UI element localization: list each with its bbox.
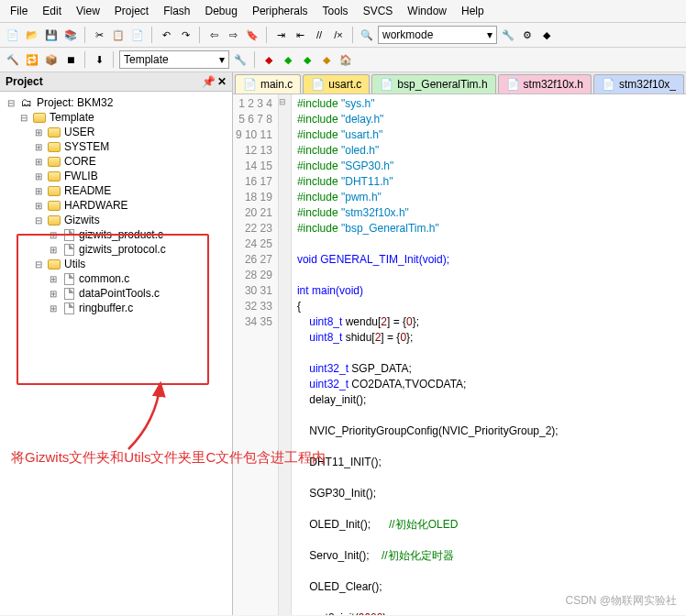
- workmode-combo[interactable]: workmode▾: [378, 26, 497, 44]
- target-combo[interactable]: Template▾: [119, 50, 229, 69]
- menu-help[interactable]: Help: [455, 2, 491, 20]
- tree-file[interactable]: ⊞gizwits_product.c: [2, 227, 230, 242]
- undo-icon[interactable]: ↶: [158, 27, 174, 43]
- code-content[interactable]: #include "sys.h" #include "delay.h" #inc…: [292, 94, 686, 615]
- paste-icon[interactable]: 📄: [129, 27, 146, 43]
- comment-icon[interactable]: //: [311, 27, 327, 43]
- project-tree[interactable]: ⊟🗂Project: BKM32 ⊟Template ⊞USER⊞SYSTEM⊞…: [0, 92, 232, 615]
- nav-fwd-icon[interactable]: ⇨: [225, 27, 241, 43]
- green-diamond-icon[interactable]: ◆: [280, 51, 296, 68]
- fold-margin[interactable]: ⊟: [279, 94, 292, 615]
- red-diamond-icon[interactable]: ◆: [260, 51, 277, 68]
- green-diamond2-icon[interactable]: ◆: [299, 51, 315, 68]
- tree-template[interactable]: ⊟Template: [2, 110, 230, 125]
- pin-icon[interactable]: 📌: [202, 75, 216, 88]
- editor-tabs: 📄main.c📄usart.c📄bsp_GeneralTim.h📄stm32f1…: [233, 72, 686, 94]
- toolbar-2: 🔨 🔁 📦 ⏹ ⬇ Template▾ 🔧 ◆ ◆ ◆ ◆ 🏠: [0, 48, 686, 72]
- save-all-icon[interactable]: 📚: [62, 27, 79, 43]
- menu-file[interactable]: File: [4, 2, 34, 20]
- copy-icon[interactable]: 📋: [110, 27, 127, 43]
- uncomment-icon[interactable]: /×: [330, 27, 347, 43]
- menu-view[interactable]: View: [70, 2, 106, 20]
- cut-icon[interactable]: ✂: [91, 27, 107, 43]
- watermark: CSDN @物联网实验社: [565, 593, 677, 609]
- tree-file[interactable]: ⊞gizwits_protocol.c: [2, 242, 230, 257]
- find-icon[interactable]: 🔍: [359, 27, 375, 43]
- menu-peripherals[interactable]: Peripherals: [246, 2, 315, 20]
- nav-back-icon[interactable]: ⇦: [205, 27, 222, 43]
- redo-icon[interactable]: ↷: [177, 27, 194, 43]
- tree-file[interactable]: ⊞ringbuffer.c: [2, 301, 230, 315]
- tree-gizwits[interactable]: ⊟Gizwits: [2, 213, 230, 227]
- tool2-icon[interactable]: ◆: [538, 27, 555, 43]
- tab-stm32f10x-h[interactable]: 📄stm32f10x.h: [498, 74, 592, 94]
- menu-window[interactable]: Window: [401, 2, 453, 20]
- editor-area: 📄main.c📄usart.c📄bsp_GeneralTim.h📄stm32f1…: [233, 72, 686, 615]
- tree-folder[interactable]: ⊞FWLIB: [2, 169, 230, 183]
- code-editor[interactable]: 1 2 3 4 5 6 7 8 9 10 11 12 13 14 15 16 1…: [233, 94, 686, 615]
- tree-file[interactable]: ⊞dataPointTools.c: [2, 286, 230, 301]
- tab-stm32f10x_[interactable]: 📄stm32f10x_: [593, 74, 684, 94]
- line-gutter: 1 2 3 4 5 6 7 8 9 10 11 12 13 14 15 16 1…: [233, 94, 279, 615]
- toolbar-1: 📄 📂 💾 📚 ✂ 📋 📄 ↶ ↷ ⇦ ⇨ 🔖 ⇥ ⇤ // /× 🔍 work…: [0, 23, 686, 48]
- download-icon[interactable]: ⬇: [91, 51, 107, 68]
- tree-file[interactable]: ⊞common.c: [2, 271, 230, 286]
- tree-folder[interactable]: ⊞USER: [2, 125, 230, 139]
- stop-icon[interactable]: ⏹: [62, 51, 79, 68]
- tree-folder[interactable]: ⊞HARDWARE: [2, 198, 230, 213]
- tab-bsp_GeneralTim-h[interactable]: 📄bsp_GeneralTim.h: [371, 74, 495, 94]
- batch-icon[interactable]: 📦: [43, 51, 60, 68]
- menu-edit[interactable]: Edit: [36, 2, 68, 20]
- menu-tools[interactable]: Tools: [316, 2, 355, 20]
- save-icon[interactable]: 💾: [43, 27, 60, 43]
- menu-project[interactable]: Project: [108, 2, 155, 20]
- project-panel-header: Project 📌✕: [0, 72, 232, 92]
- menu-flash[interactable]: Flash: [157, 2, 196, 20]
- outdent-icon[interactable]: ⇤: [292, 27, 308, 43]
- tab-usart-c[interactable]: 📄usart.c: [303, 74, 370, 94]
- tab-main-c[interactable]: 📄main.c: [235, 74, 301, 94]
- tree-root[interactable]: ⊟🗂Project: BKM32: [2, 95, 230, 110]
- indent-icon[interactable]: ⇥: [272, 27, 289, 43]
- open-icon[interactable]: 📂: [24, 27, 40, 43]
- tree-utils[interactable]: ⊟Utils: [2, 257, 230, 271]
- tree-folder[interactable]: ⊞README: [2, 183, 230, 198]
- project-panel-title: Project: [6, 75, 43, 88]
- project-panel: Project 📌✕ ⊟🗂Project: BKM32 ⊟Template ⊞U…: [0, 72, 233, 615]
- menu-svcs[interactable]: SVCS: [357, 2, 400, 20]
- new-icon[interactable]: 📄: [5, 27, 21, 43]
- tree-folder[interactable]: ⊞SYSTEM: [2, 139, 230, 154]
- tool1-icon[interactable]: ⚙: [519, 27, 536, 43]
- build-icon[interactable]: 🔨: [5, 51, 21, 68]
- menu-bar: FileEditViewProjectFlashDebugPeripherals…: [0, 0, 686, 23]
- annotation-text: 将Gizwits文件夹和Utils文件夹里C文件包含进工程内: [11, 449, 326, 467]
- home-icon[interactable]: 🏠: [337, 51, 354, 68]
- options-icon[interactable]: 🔧: [232, 51, 249, 68]
- tree-folder[interactable]: ⊞CORE: [2, 154, 230, 169]
- rebuild-icon[interactable]: 🔁: [24, 51, 40, 68]
- bookmark-icon[interactable]: 🔖: [244, 27, 260, 43]
- config-icon[interactable]: 🔧: [500, 27, 516, 43]
- orange-diamond-icon[interactable]: ◆: [318, 51, 335, 68]
- close-panel-icon[interactable]: ✕: [217, 75, 227, 88]
- menu-debug[interactable]: Debug: [199, 2, 244, 20]
